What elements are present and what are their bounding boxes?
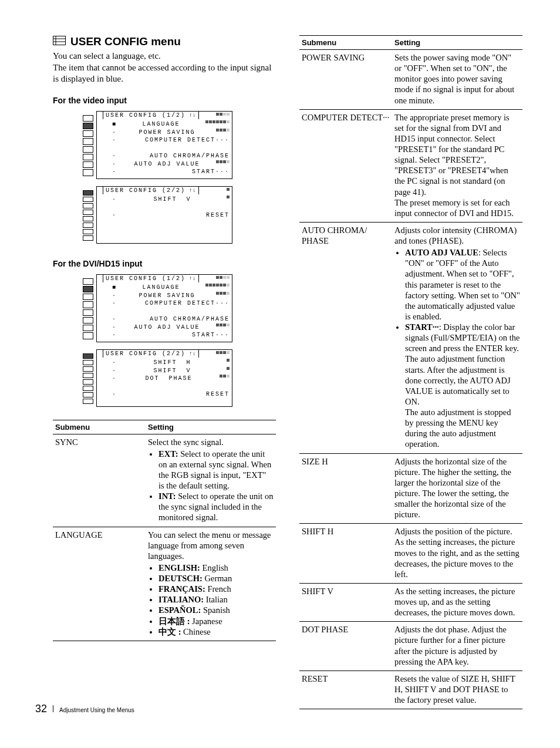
osd-dvi-2: USER CONFIG (2/2) SIZE HSHIFT HSHIFT VDO…	[96, 349, 232, 407]
table-row: SYNC	[53, 434, 146, 527]
table-row: AUTO CHROMA/ PHASE	[299, 222, 392, 453]
section-heading: USER CONFIG menu	[53, 35, 276, 48]
col-setting: Setting	[146, 420, 276, 434]
page-number: 32	[35, 703, 47, 715]
col-submenu: Submenu	[53, 420, 146, 434]
table-row: SIZE H	[299, 453, 392, 524]
heading-text: USER CONFIG menu	[70, 35, 181, 48]
page-footer: 32 Adjustment Using the Menus	[35, 703, 134, 715]
osd-video-2: USER CONFIG (2/2) SHIFT HSHIFT V RESET	[96, 186, 232, 244]
right-settings-table: Submenu Setting POWER SAVINGSets the pow…	[299, 35, 522, 709]
user-config-icon	[53, 35, 66, 48]
svg-rect-0	[53, 36, 66, 45]
osd-dvi-1: USER CONFIG (1/2) SYNCLANGUAGEPOWER SAVI…	[96, 274, 232, 342]
intro-text: You can select a language, etc. The item…	[53, 50, 276, 85]
table-row: RESET	[299, 670, 392, 709]
table-row: SHIFT H	[299, 524, 392, 584]
left-settings-table: Submenu Setting SYNCSelect the sync sign…	[53, 420, 276, 641]
table-row: SHIFT V	[299, 583, 392, 621]
table-row: POWER SAVING	[299, 50, 392, 110]
table-row: LANGUAGE	[53, 527, 146, 641]
col-setting: Setting	[392, 36, 522, 50]
osd-video-1: USER CONFIG (1/2) SYNCLANGUAGEPOWER SAVI…	[96, 111, 232, 179]
subheading-dvi: For the DVI/HD15 input	[53, 259, 276, 268]
table-row: COMPUTER DETECT···	[299, 109, 392, 222]
footer-section: Adjustment Using the Menus	[59, 707, 134, 713]
subheading-video: For the video input	[53, 96, 276, 105]
col-submenu: Submenu	[299, 36, 392, 50]
table-row: DOT PHASE	[299, 622, 392, 671]
